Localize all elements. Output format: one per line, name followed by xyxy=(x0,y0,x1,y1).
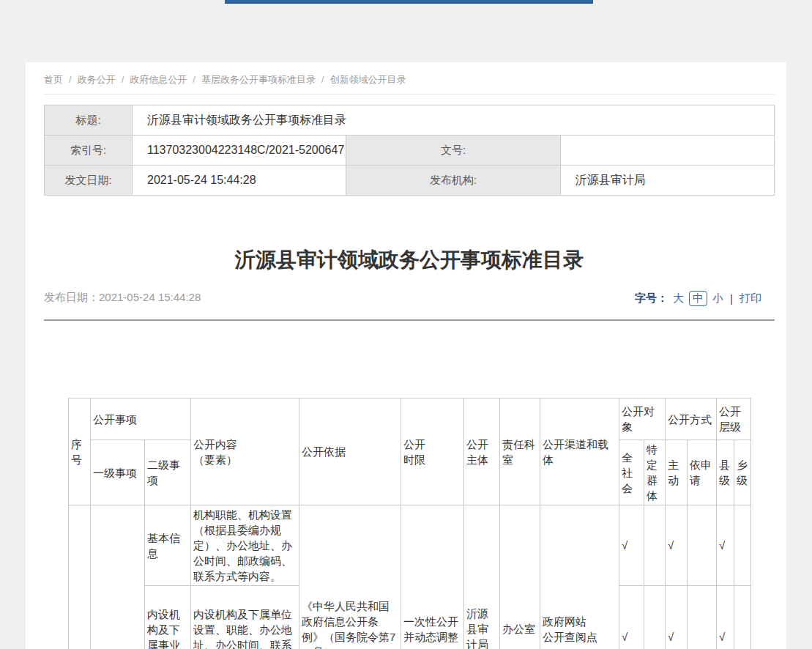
cell-time-limit: 一次性公开并动态调整 xyxy=(401,505,464,649)
toolbar-divider: | xyxy=(730,292,733,305)
cell-content: 内设机构及下属单位设置、职能、办公地址、办公时间、联系方式、负责人姓名等 xyxy=(191,586,299,649)
cell-content: 机构职能、机构设置（根据县委编办规定）、办公地址、办公时间、邮政编码、联系方式等… xyxy=(191,505,299,586)
meta-row-index: 索引号: 11370323004223148C/2021-5200647 文号: xyxy=(45,136,775,166)
meta-index-label: 索引号: xyxy=(45,136,133,166)
cell-check-level-town xyxy=(734,505,751,586)
breadcrumb-separator: / xyxy=(193,74,195,85)
publish-date: 发布日期：2021-05-24 15:44:28 xyxy=(44,291,201,305)
meta-agency-value: 沂源县审计局 xyxy=(560,166,774,196)
col-header-subject: 公开主体 xyxy=(464,398,500,505)
cell-check-level-town xyxy=(734,586,751,649)
meta-row-date: 发文日期: 2021-05-24 15:44:28 发布机构: 沂源县审计局 xyxy=(45,166,775,196)
cell-level1 xyxy=(91,505,145,649)
breadcrumb-standard-catalog[interactable]: 基层政务公开事项标准目录 xyxy=(201,74,316,85)
meta-issue-date-value: 2021-05-24 15:44:28 xyxy=(133,166,346,196)
col-header-level-county: 县级 xyxy=(717,440,734,505)
col-header-seq: 序号 xyxy=(69,398,91,505)
meta-title-value: 沂源县审计领域政务公开事项标准目录 xyxy=(133,105,775,136)
cell-seq xyxy=(69,505,91,649)
meta-row-title: 标题: 沂源县审计领域政务公开事项标准目录 xyxy=(45,105,775,136)
cell-level2: 基本信息 xyxy=(145,505,191,586)
col-header-method: 公开方式 xyxy=(666,398,717,440)
publish-toolbar: 发布日期：2021-05-24 15:44:28 字号： 大 中 小 | 打印 xyxy=(44,291,775,308)
meta-title-label: 标题: xyxy=(45,105,133,136)
cell-basis: 《中华人民共和国政府信息公开条例》（国务院令第711号） xyxy=(299,505,401,649)
cell-check-audience-specific xyxy=(644,505,666,586)
meta-doc-number-label: 文号: xyxy=(346,136,560,166)
cell-check-method-request xyxy=(688,505,717,586)
document-meta-table: 标题: 沂源县审计领域政务公开事项标准目录 索引号: 1137032300422… xyxy=(44,105,775,196)
col-header-matters: 公开事项 xyxy=(91,398,191,440)
font-small-button[interactable]: 小 xyxy=(712,292,723,305)
col-header-department: 责任科室 xyxy=(500,398,540,505)
col-header-audience-specific: 特定群体 xyxy=(644,440,666,505)
cell-channel: 政府网站 公开查阅点 xyxy=(540,505,619,649)
cell-check-audience-specific xyxy=(644,586,666,649)
cell-check-level-county: √ xyxy=(717,586,734,649)
breadcrumb-info-disclosure[interactable]: 政府信息公开 xyxy=(130,74,187,85)
cell-check-audience-all: √ xyxy=(619,586,644,649)
article-divider xyxy=(44,319,775,321)
page: 首页/政务公开/政府信息公开/基层政务公开事项标准目录/创新领域公开目录 标题:… xyxy=(0,0,812,649)
breadcrumb-separator: / xyxy=(69,74,72,85)
col-header-time-limit: 公开 时限 xyxy=(401,398,464,505)
col-header-level: 公开层级 xyxy=(717,398,751,440)
breadcrumb-innovation-catalog[interactable]: 创新领域公开目录 xyxy=(330,74,406,85)
col-header-basis: 公开依据 xyxy=(299,398,401,505)
cell-check-level-county: √ xyxy=(717,505,734,586)
breadcrumb-zhengwu[interactable]: 政务公开 xyxy=(78,74,116,85)
col-header-method-request: 依申请 xyxy=(688,440,717,505)
cell-department: 办公室 xyxy=(500,505,540,649)
meta-doc-number-value xyxy=(560,136,774,166)
cell-level2: 内设机构及下属事业单位 xyxy=(145,586,191,649)
col-header-channel: 公开渠道和载体 xyxy=(540,398,619,505)
page-title: 沂源县审计领域政务公开事项标准目录 xyxy=(44,246,775,274)
font-large-button[interactable]: 大 xyxy=(673,292,684,305)
breadcrumb: 首页/政务公开/政府信息公开/基层政务公开事项标准目录/创新领域公开目录 xyxy=(44,73,406,86)
col-header-method-active: 主动 xyxy=(666,440,688,505)
col-header-audience: 公开对象 xyxy=(619,398,666,440)
cell-check-method-request xyxy=(688,586,717,649)
col-header-level-town: 乡级 xyxy=(734,440,751,505)
catalog-header-row-1: 序号 公开事项 公开内容 （要素） 公开依据 公开 时限 公开主体 责任科室 公… xyxy=(69,398,751,440)
font-size-controls: 字号： 大 中 小 | 打印 xyxy=(635,291,761,306)
meta-issue-date-label: 发文日期: xyxy=(45,166,133,196)
table-row: 基本信息 机构职能、机构设置（根据县委编办规定）、办公地址、办公时间、邮政编码、… xyxy=(69,505,751,586)
meta-agency-label: 发布机构: xyxy=(346,166,560,196)
col-header-audience-all: 全社会 xyxy=(619,440,644,505)
font-size-label: 字号： xyxy=(635,292,668,305)
meta-index-value: 11370323004223148C/2021-5200647 xyxy=(133,136,346,166)
col-header-content: 公开内容 （要素） xyxy=(191,398,299,505)
top-nav-bar-remnant xyxy=(225,0,593,4)
col-header-level1: 一级事项 xyxy=(91,440,145,505)
cell-check-method-active: √ xyxy=(666,505,688,586)
cell-subject: 沂源县审计局 xyxy=(464,505,500,649)
breadcrumb-separator: / xyxy=(122,74,124,85)
cell-check-method-active: √ xyxy=(666,586,688,649)
print-button[interactable]: 打印 xyxy=(740,292,761,305)
font-medium-button[interactable]: 中 xyxy=(689,291,707,306)
breadcrumb-divider xyxy=(44,94,775,94)
breadcrumb-separator: / xyxy=(321,74,324,85)
breadcrumb-home[interactable]: 首页 xyxy=(44,74,63,85)
disclosure-catalog-table: 序号 公开事项 公开内容 （要素） 公开依据 公开 时限 公开主体 责任科室 公… xyxy=(68,398,751,649)
col-header-level2: 二级事项 xyxy=(145,440,191,505)
content-card: 首页/政务公开/政府信息公开/基层政务公开事项标准目录/创新领域公开目录 标题:… xyxy=(26,62,786,649)
cell-check-audience-all: √ xyxy=(619,505,644,586)
